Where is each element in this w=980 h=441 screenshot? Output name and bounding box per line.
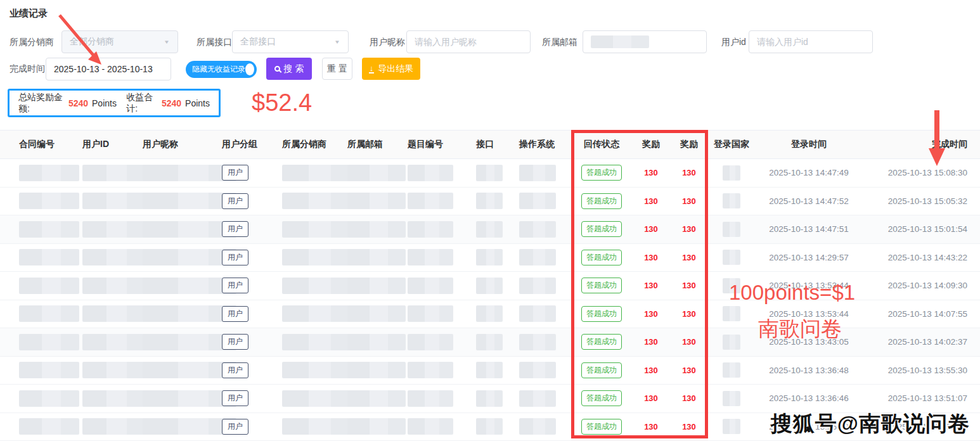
- records-table: 合同编号 用户ID 用户昵称 用户分组 所属分销商 所属邮箱 题目编号 接口 操…: [0, 130, 980, 441]
- search-button[interactable]: 搜 索: [266, 58, 312, 80]
- complete-time: 2025-10-13 15:08:30: [863, 159, 980, 188]
- reward-value-1: 130: [632, 215, 670, 244]
- status-badge: 答题成功: [581, 250, 622, 265]
- login-time: 2025-10-13 14:47:52: [755, 187, 863, 215]
- complete-time: 2025-10-13 14:43:22: [863, 243, 980, 272]
- redacted-user-id: [82, 362, 146, 378]
- income-total-label: 收益合计:: [126, 92, 158, 115]
- nickname-field-wrap: [406, 30, 531, 53]
- complete-time: 2025-10-13 14:07:55: [863, 300, 980, 328]
- redacted-contract-id: [19, 305, 79, 322]
- reward-value-2: 130: [670, 243, 708, 272]
- redacted-user-id: [82, 193, 146, 209]
- hide-no-income-toggle[interactable]: 隐藏无收益记录: [186, 61, 257, 78]
- login-time: 2025-10-13 14:47:49: [755, 159, 863, 188]
- interface-select[interactable]: 全部接口 ▼: [232, 30, 349, 53]
- total-reward-label: 总站奖励金额:: [18, 92, 65, 115]
- redacted-country-flag: [723, 335, 740, 350]
- table-row: 用户 答题成功 130 130 2025-10-13 13:36:46 2025…: [0, 385, 980, 413]
- col-os: 操作系统: [513, 131, 571, 159]
- col-reward-2: 奖励: [670, 131, 708, 159]
- email-label: 所属邮箱: [542, 30, 577, 53]
- login-time: 2025-10-13 14:29:57: [755, 243, 863, 272]
- redacted-distributor: [282, 193, 352, 209]
- status-badge: 答题成功: [581, 334, 622, 350]
- redacted-user-id: [82, 305, 146, 322]
- redacted-interface: [476, 418, 503, 435]
- redacted-interface: [476, 193, 503, 209]
- reward-value-2: 130: [670, 187, 708, 215]
- user-group-tag: 用户: [222, 250, 248, 265]
- redacted-contract-id: [19, 221, 79, 238]
- table-row: 用户 答题成功 130 130 2025-10-13 13:36:48 2025…: [0, 356, 980, 385]
- nickname-input[interactable]: [415, 37, 522, 47]
- col-user-group: 用户分组: [216, 131, 276, 159]
- table-row: 用户 答题成功 130 130 2025-10-13 14:47:52 2025…: [0, 187, 980, 215]
- user-id-input[interactable]: [757, 37, 865, 47]
- col-nickname: 用户昵称: [136, 131, 216, 159]
- complete-time: 2025-10-13 14:09:30: [863, 272, 980, 300]
- table-row: 用户 答题成功 130 130 2025-10-13 13:26:48 2025…: [0, 412, 980, 441]
- redacted-contract-id: [19, 390, 79, 407]
- user-group-tag: 用户: [222, 165, 248, 181]
- export-button[interactable]: ↓ 导出结果: [362, 58, 420, 80]
- redacted-os: [519, 390, 556, 407]
- distributor-select[interactable]: 全部分销商 ▼: [61, 30, 178, 53]
- redacted-question-id: [408, 305, 453, 322]
- redacted-question-id: [408, 221, 453, 238]
- reward-value-2: 130: [670, 159, 708, 188]
- col-user-id: 用户ID: [76, 131, 136, 159]
- toggle-label: 隐藏无收益记录: [192, 64, 245, 75]
- redacted-country-flag: [723, 419, 740, 434]
- redacted-email: [347, 165, 406, 181]
- status-badge: 答题成功: [581, 278, 622, 293]
- col-distributor: 所属分销商: [276, 131, 341, 159]
- login-time: 2025-10-13 13:43:05: [755, 328, 863, 357]
- status-badge: 答题成功: [581, 221, 622, 237]
- table-row: 用户 答题成功 130 130 2025-10-13 13:53:44 2025…: [0, 272, 980, 300]
- redacted-question-id: [408, 165, 453, 181]
- toggle-knob-icon: [245, 63, 254, 75]
- redacted-os: [519, 334, 556, 350]
- redacted-user-id: [82, 221, 146, 238]
- status-badge: 答题成功: [581, 390, 622, 406]
- status-badge: 答题成功: [581, 306, 622, 322]
- user-group-tag: 用户: [222, 419, 248, 435]
- redacted-distributor: [282, 305, 352, 322]
- col-login-country: 登录国家: [708, 131, 755, 159]
- reward-value-1: 130: [632, 328, 670, 357]
- reward-value-1: 130: [632, 187, 670, 215]
- redacted-distributor: [282, 249, 352, 265]
- user-id-label: 用户id: [721, 30, 746, 53]
- table-row: 用户 答题成功 130 130 2025-10-13 14:47:49 2025…: [0, 159, 980, 188]
- complete-time: 2025-10-13 15:01:54: [863, 215, 980, 244]
- redacted-user-id: [82, 249, 146, 265]
- redacted-user-id: [82, 334, 146, 350]
- redacted-interface: [476, 305, 503, 322]
- redacted-os: [519, 305, 556, 322]
- download-icon: ↓: [369, 65, 375, 74]
- login-time: 2025-10-13 13:53:44: [755, 272, 863, 300]
- table-row: 用户 答题成功 130 130 2025-10-13 13:43:05 2025…: [0, 328, 980, 357]
- redacted-email: [347, 418, 406, 435]
- col-callback-status: 回传状态: [571, 131, 632, 159]
- search-icon: [274, 66, 280, 72]
- redacted-os: [519, 418, 556, 435]
- col-question-id: 题目编号: [401, 131, 470, 159]
- login-time: 2025-10-13 13:36:48: [755, 356, 863, 385]
- redacted-question-id: [408, 278, 453, 294]
- col-reward-1: 奖励: [632, 131, 670, 159]
- reward-value-1: 130: [632, 356, 670, 385]
- export-button-label: 导出结果: [378, 63, 413, 75]
- email-input[interactable]: [583, 30, 707, 53]
- redacted-email: [347, 362, 406, 378]
- redacted-distributor: [282, 278, 352, 294]
- reward-value-1: 130: [632, 412, 670, 441]
- reset-button[interactable]: 重 置: [322, 58, 352, 80]
- complete-time-label: 完成时间: [10, 57, 45, 80]
- redacted-interface: [476, 165, 503, 181]
- reward-value-2: 130: [670, 412, 708, 441]
- date-range-input[interactable]: [54, 64, 163, 74]
- login-time: 2025-10-13 14:47:51: [755, 215, 863, 244]
- login-time: 2025-10-13 13:53:44: [755, 300, 863, 328]
